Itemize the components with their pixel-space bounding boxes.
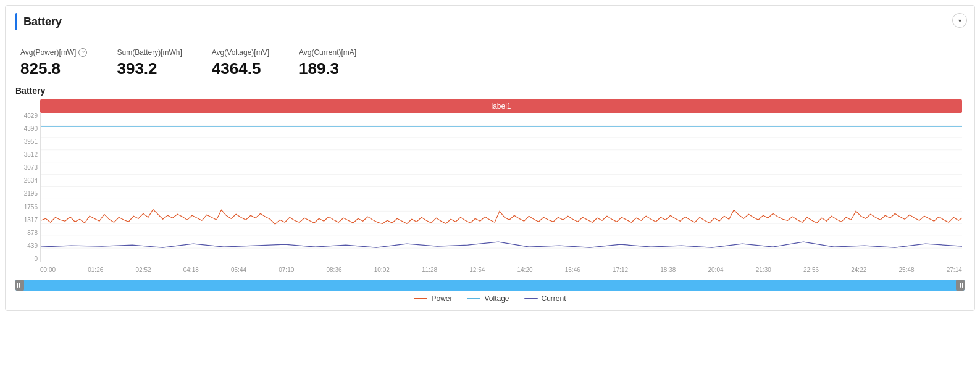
- chart-container: label1 482943903951351230732634219517561…: [15, 99, 965, 278]
- chart-area: [40, 113, 962, 262]
- handle-line-2: [19, 283, 20, 288]
- metric-item: Sum(Battery)[mWh] 393.2: [117, 48, 182, 78]
- handle-line-6: [962, 283, 963, 288]
- legend-label: Power: [431, 294, 452, 303]
- x-axis: 00:0001:2602:5204:1805:4407:1008:3610:02…: [40, 267, 962, 273]
- legend-item: Power: [414, 294, 452, 303]
- x-tick-label: 25:48: [899, 267, 915, 273]
- chevron-down-icon: ▾: [958, 17, 961, 24]
- handle-line-5: [960, 283, 961, 288]
- y-tick-label: 2195: [24, 191, 38, 197]
- x-tick-label: 04:18: [183, 267, 199, 273]
- x-tick-label: 24:22: [851, 267, 866, 273]
- metric-value: 393.2: [117, 59, 182, 78]
- metric-value: 189.3: [299, 59, 356, 78]
- y-tick-label: 0: [34, 256, 38, 262]
- left-handle-lines: [17, 283, 23, 288]
- x-tick-label: 02:52: [136, 267, 151, 273]
- legend-line: [524, 298, 538, 299]
- x-tick-label: 18:38: [660, 267, 676, 273]
- scrollbar-track: [15, 280, 965, 291]
- legend-label: Current: [542, 294, 566, 303]
- x-tick-label: 15:46: [565, 267, 580, 273]
- legend-item: Voltage: [467, 294, 509, 303]
- y-axis: 4829439039513512307326342195175613178784…: [15, 113, 40, 262]
- chart-svg: [41, 113, 962, 262]
- y-tick-label: 3951: [24, 139, 38, 145]
- y-tick-label: 2634: [24, 178, 38, 184]
- x-tick-label: 01:26: [88, 267, 103, 273]
- label-bar: label1: [40, 99, 962, 113]
- x-tick-label: 00:00: [40, 267, 56, 273]
- metric-label: Sum(Battery)[mWh]: [117, 48, 182, 57]
- battery-panel: Battery ▾ Avg(Power)[mW] ? 825.8 Sum(Bat…: [5, 5, 975, 311]
- chart-section: Battery label1 4829439039513512307326342…: [6, 83, 974, 310]
- x-tick-label: 17:12: [613, 267, 628, 273]
- panel-header: Battery ▾: [6, 6, 974, 38]
- x-tick-label: 11:28: [422, 267, 437, 273]
- y-tick-label: 3512: [24, 152, 38, 158]
- y-tick-label: 878: [27, 230, 38, 236]
- legend-label: Voltage: [484, 294, 509, 303]
- y-tick-label: 4829: [24, 113, 38, 119]
- handle-line-3: [22, 283, 23, 288]
- metric-label: Avg(Power)[mW] ?: [20, 48, 87, 57]
- right-handle-lines: [958, 283, 963, 288]
- scrollbar-area[interactable]: [15, 280, 965, 291]
- metric-label: Avg(Voltage)[mV]: [212, 48, 269, 57]
- legend-line: [414, 298, 427, 299]
- x-tick-label: 08:36: [327, 267, 342, 273]
- y-tick-label: 1317: [24, 217, 38, 223]
- chart-wrapper: label1 482943903951351230732634219517561…: [15, 99, 965, 291]
- x-tick-label: 21:30: [756, 267, 771, 273]
- panel-title: Battery: [23, 15, 62, 28]
- label-bar-text: label1: [491, 102, 511, 110]
- collapse-button[interactable]: ▾: [952, 13, 967, 28]
- y-tick-label: 1756: [24, 204, 38, 210]
- y-tick-label: 4390: [24, 126, 38, 132]
- scrollbar-handle-left[interactable]: [15, 280, 24, 291]
- y-tick-label: 3073: [24, 165, 38, 171]
- metric-item: Avg(Current)[mA] 189.3: [299, 48, 356, 78]
- x-tick-label: 27:14: [947, 267, 962, 273]
- metric-value: 825.8: [20, 59, 87, 78]
- metric-item: Avg(Voltage)[mV] 4364.5: [212, 48, 269, 78]
- x-tick-label: 07:10: [279, 267, 294, 273]
- x-tick-label: 14:20: [517, 267, 533, 273]
- chart-section-title: Battery: [15, 86, 965, 96]
- legend-item: Current: [524, 294, 566, 303]
- x-tick-label: 05:44: [231, 267, 246, 273]
- metric-value: 4364.5: [212, 59, 269, 78]
- title-bar-accent: [15, 13, 17, 30]
- y-tick-label: 439: [27, 243, 38, 249]
- x-tick-label: 20:04: [708, 267, 724, 273]
- scrollbar-handle-right[interactable]: [956, 280, 965, 291]
- handle-line-1: [17, 283, 19, 288]
- metric-label: Avg(Current)[mA]: [299, 48, 356, 57]
- x-tick-label: 22:56: [803, 267, 819, 273]
- help-icon[interactable]: ?: [78, 48, 87, 57]
- metric-item: Avg(Power)[mW] ? 825.8: [20, 48, 87, 78]
- legend-line: [467, 298, 480, 299]
- metrics-row: Avg(Power)[mW] ? 825.8 Sum(Battery)[mWh]…: [6, 38, 974, 83]
- handle-line-4: [958, 283, 959, 288]
- x-tick-label: 10:02: [374, 267, 390, 273]
- x-tick-label: 12:54: [469, 267, 485, 273]
- chart-legend: Power Voltage Current: [15, 291, 965, 305]
